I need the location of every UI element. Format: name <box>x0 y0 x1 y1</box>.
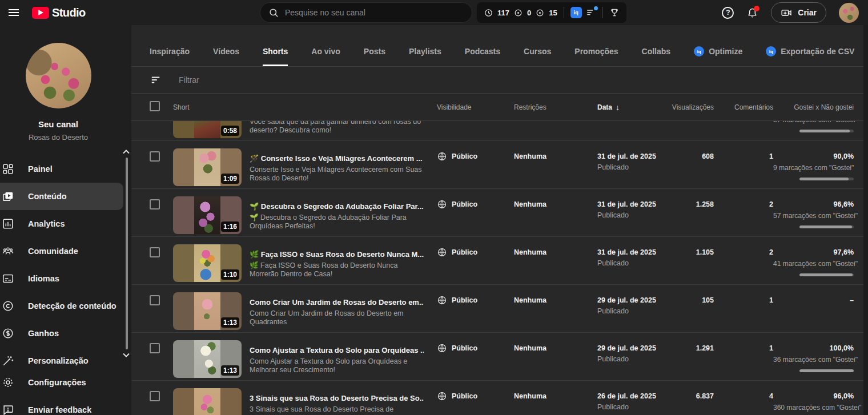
video-thumbnail[interactable]: 1:16 <box>173 196 242 234</box>
sidebar-item-conteudo[interactable]: Conteúdo <box>0 183 123 210</box>
table-body: 0:58 Você sabia que dá para ganhar dinhe… <box>131 121 868 415</box>
search-icon <box>268 7 279 18</box>
restrictions-cell: Nenhuma <box>514 189 597 236</box>
tab-collabs[interactable]: Collabs <box>642 37 671 66</box>
video-thumbnail[interactable]: 1:13 <box>173 292 242 330</box>
video-thumbnail[interactable]: 1:10 <box>173 244 242 282</box>
row-checkbox[interactable] <box>150 199 160 209</box>
tab-podcasts[interactable]: Podcasts <box>465 37 500 66</box>
column-header-gostei: Gostei x Não gostei <box>773 103 854 111</box>
tab-inspiracao[interactable]: Inspiração <box>150 37 190 66</box>
row-checkbox[interactable] <box>150 247 160 257</box>
vidiq-stats-widget: 117 0 15 iq <box>477 2 626 23</box>
video-title-cell[interactable]: 3 Sinais que sua Rosa do Deserto Precisa… <box>250 381 437 415</box>
sidebar-item-configuracoes[interactable]: Configurações <box>0 369 131 396</box>
youtube-studio-logo[interactable]: Studio <box>32 6 86 19</box>
video-thumbnail[interactable]: 1:09 <box>173 148 242 186</box>
restrictions-cell <box>514 121 597 140</box>
row-checkbox[interactable] <box>150 295 160 305</box>
likes-ratio-bar <box>799 369 854 372</box>
likes-count-label: 41 marcações com "Gostei" <box>773 260 854 268</box>
copyright-icon <box>2 300 14 312</box>
video-description: Como Criar Um Jardim de Rosas do Deserto… <box>250 309 424 327</box>
publish-status: Publicado <box>597 259 672 267</box>
table-row: 1:09 🪄 Conserte Isso e Veja Milagres Aco… <box>131 141 868 189</box>
publish-status: Publicado <box>597 163 672 171</box>
likes-count-label: 360 marcações com "Gostei" <box>773 404 854 412</box>
video-title: 3 Sinais que sua Rosa do Deserto Precisa… <box>250 394 424 403</box>
tab-cursos[interactable]: Cursos <box>524 37 551 66</box>
tab-videos[interactable]: Vídeos <box>213 37 239 66</box>
video-title-cell[interactable]: 🌿 Faça ISSO e Suas Rosa do Deserto Nunca… <box>250 237 437 284</box>
filter-input[interactable] <box>179 75 521 84</box>
tab-shorts[interactable]: Shorts <box>263 37 288 66</box>
sidebar-item-comunidade[interactable]: Comunidade <box>0 237 131 265</box>
content-scrollbar[interactable] <box>863 25 868 415</box>
video-title-cell[interactable]: Como Criar Um Jardim de Rosas do Deserto… <box>250 285 437 332</box>
channel-header: Seu canal Rosas do Deserto <box>0 25 116 142</box>
video-thumbnail[interactable]: 0:58 <box>173 121 242 138</box>
select-all-checkbox[interactable] <box>150 101 160 111</box>
globe-icon <box>437 247 447 257</box>
tab-playlists[interactable]: Playlists <box>409 37 441 66</box>
likes-ratio-bar <box>799 130 854 132</box>
vidiq-stat-2: 15 <box>549 9 557 17</box>
likes-count-label <box>773 308 854 316</box>
sidebar-scrollbar-thumb[interactable] <box>126 158 128 349</box>
notification-dot <box>594 6 598 10</box>
tab-promocoes[interactable]: Promoções <box>574 37 618 66</box>
row-checkbox[interactable] <box>150 391 160 401</box>
sidebar-item-idiomas[interactable]: Idiomas <box>0 265 131 292</box>
search-input[interactable] <box>285 8 464 17</box>
notifications-bell-icon[interactable] <box>746 7 758 19</box>
video-title-cell[interactable]: 🌱 Descubra o Segredo da Adubação Foliar … <box>250 189 437 236</box>
views-cell <box>672 121 714 140</box>
help-icon[interactable]: ? <box>722 7 734 19</box>
likes-cell: – <box>773 285 854 332</box>
filter-icon[interactable] <box>151 75 161 85</box>
video-thumbnail[interactable] <box>173 388 242 415</box>
subtitles-icon <box>2 272 14 285</box>
row-checkbox[interactable] <box>150 343 160 353</box>
scrollbar-down-icon[interactable] <box>122 352 130 358</box>
column-header-data[interactable]: Data↓ <box>597 103 672 112</box>
video-description: 🌱 Descubra o Segredo da Adubação Foliar … <box>250 213 424 231</box>
trophy-icon[interactable] <box>609 7 620 18</box>
likes-cell: 57 marcações com "Gostei" <box>773 121 854 140</box>
column-header-visibilidade: Visibilidade <box>437 103 514 111</box>
hamburger-menu-icon[interactable] <box>5 3 23 22</box>
restrictions-cell: Nenhuma <box>514 141 597 188</box>
vidiq-icon[interactable]: iq <box>570 7 582 18</box>
duration-badge: 1:16 <box>221 221 239 232</box>
account-avatar[interactable] <box>839 3 859 23</box>
scrollbar-up-icon[interactable] <box>122 148 130 155</box>
filter-bar <box>131 67 868 94</box>
video-description: Você sabia que dá para ganhar dinheiro c… <box>250 121 424 135</box>
create-button[interactable]: Criar <box>771 2 826 23</box>
sidebar-item-deteccao[interactable]: Detecção de conteúdo <box>0 292 131 320</box>
visibility-cell: Público <box>437 285 514 332</box>
video-title-cell[interactable]: Como Ajustar a Textura do Solo para Orqu… <box>250 333 437 380</box>
sidebar-item-ganhos[interactable]: Ganhos <box>0 320 131 347</box>
restrictions-cell: Nenhuma <box>514 333 597 380</box>
sidebar-item-feedback[interactable]: Enviar feedback <box>0 396 131 415</box>
vidiq-list-icon[interactable] <box>586 7 596 18</box>
tab-optimize[interactable]: iq Optimize <box>694 37 742 66</box>
tab-exportacao-csv[interactable]: iq Exportação de CSV <box>766 37 854 66</box>
sidebar-item-painel[interactable]: Painel <box>0 155 131 183</box>
tab-ao-vivo[interactable]: Ao vivo <box>311 37 340 66</box>
video-title-cell[interactable]: Você sabia que dá para ganhar dinheiro c… <box>250 121 437 140</box>
divider <box>564 7 564 18</box>
video-title-cell[interactable]: 🪄 Conserte Isso e Veja Milagres Acontece… <box>250 141 437 188</box>
sidebar-item-analytics[interactable]: Analytics <box>0 210 131 237</box>
date-cell: 29 de jul. de 2025 Publicado <box>597 333 672 380</box>
video-thumbnail[interactable]: 1:13 <box>173 340 242 378</box>
likes-ratio-bar <box>799 225 854 228</box>
table-row: 3 Sinais que sua Rosa do Deserto Precisa… <box>131 381 868 415</box>
row-checkbox[interactable] <box>150 151 160 162</box>
channel-avatar[interactable] <box>26 43 91 108</box>
tab-posts[interactable]: Posts <box>364 37 385 66</box>
duration-badge: 0:58 <box>221 126 239 136</box>
target-icon <box>535 8 545 18</box>
date-cell: 31 de jul. de 2025 Publicado <box>597 141 672 188</box>
